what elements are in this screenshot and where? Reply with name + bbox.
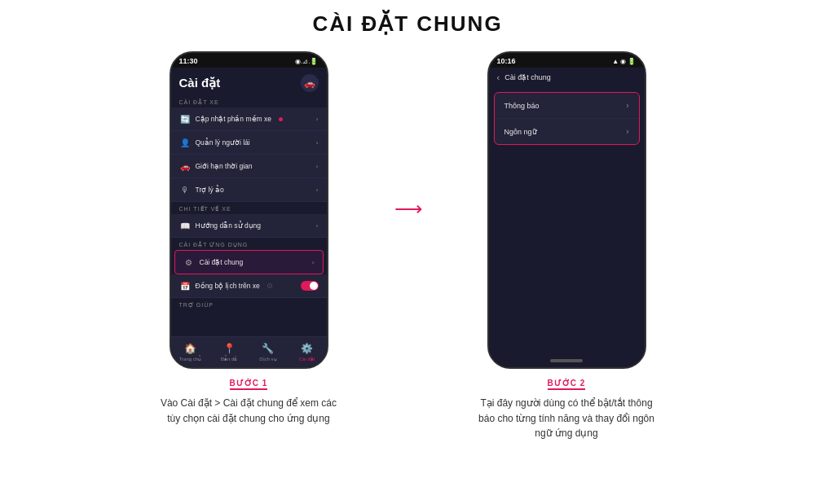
step2-text: Tại đây người dùng có thể bật/tắt thông …	[477, 396, 656, 441]
capnhat-dot	[279, 117, 283, 121]
step1-text: Vào Cài đặt > Cài đặt chung để xem các t…	[159, 396, 338, 426]
thongbao-label: Thông báo	[504, 102, 540, 110]
phone1-screen: Cài đặt 🚗 CÀI ĐẶT XE 🔄 Cập nhật phần mềm…	[171, 68, 327, 336]
phone1-time: 11:30	[179, 57, 198, 65]
huongdan-label: Hướng dẫn sử dụng	[196, 221, 262, 230]
phone1-status-icons: ◉.⊿.🔋	[295, 58, 318, 65]
section-ungdung-label: CÀI ĐẶT ỨNG DỤNG	[171, 238, 327, 250]
phones-row: 11:30 ◉.⊿.🔋 Cài đặt 🚗 CÀI ĐẶT XE 🔄 Cập n…	[0, 51, 815, 441]
phone2-time: 10:16	[497, 57, 516, 65]
step2-badge: BƯỚC 2	[548, 379, 586, 390]
thongbao-chevron: ›	[626, 101, 628, 110]
nav-item-caidat[interactable]: ⚙️ Cài đặt	[288, 337, 327, 367]
step2-section: BƯỚC 2 Tại đây người dùng có thể bật/tắt…	[477, 379, 656, 441]
nav-dichvu-label: Dịch vụ	[259, 356, 276, 362]
nav-item-bando[interactable]: 📍 Bản đồ	[209, 337, 249, 367]
menu-item-caidatchung[interactable]: ⚙ Cài đặt chung ›	[174, 250, 324, 274]
nav-trangchu-label: Trang chủ	[179, 356, 201, 362]
home-icon: 🏠	[184, 343, 196, 354]
quanly-label: Quản lý người lái	[196, 138, 250, 147]
service-icon: 🔧	[262, 343, 274, 354]
capnhat-label: Cập nhật phần mềm xe	[196, 115, 271, 123]
huongdan-icon: 📖	[179, 220, 191, 231]
caidatchung-chevron: ›	[312, 259, 315, 266]
phone2-back-label: Cài đặt chung	[504, 73, 551, 81]
capnhat-chevron: ›	[316, 116, 319, 123]
phone1-wrapper: 11:30 ◉.⊿.🔋 Cài đặt 🚗 CÀI ĐẶT XE 🔄 Cập n…	[122, 51, 375, 426]
settings-icon: ⚙️	[301, 343, 313, 354]
phone1-shell: 11:30 ◉.⊿.🔋 Cài đặt 🚗 CÀI ĐẶT XE 🔄 Cập n…	[170, 51, 328, 369]
phone1-status-bar: 11:30 ◉.⊿.🔋	[171, 53, 327, 68]
nav-bando-label: Bản đồ	[221, 356, 237, 362]
phone1-bottom-nav: 🏠 Trang chủ 📍 Bản đồ 🔧 Dịch vụ ⚙️ Cài đặ…	[171, 336, 327, 367]
gioihan-icon: 🚗	[179, 160, 191, 172]
menu-item-huongdan[interactable]: 📖 Hướng dẫn sử dụng ›	[171, 214, 327, 238]
quanly-chevron: ›	[316, 139, 319, 147]
quanly-icon: 👤	[179, 137, 191, 148]
gioihan-label: Giới hạn thời gian	[196, 162, 253, 170]
menu-item-capnhat[interactable]: 🔄 Cập nhật phần mềm xe ›	[171, 107, 327, 131]
dongbo-toggle[interactable]	[301, 281, 319, 291]
page-title: CÀI ĐẶT CHUNG	[312, 11, 502, 37]
menu-item-gioihan[interactable]: 🚗 Giới hạn thời gian ›	[171, 155, 327, 178]
menu-item-quanly[interactable]: 👤 Quản lý người lái ›	[171, 131, 327, 155]
nav-caidat-label: Cài đặt	[299, 356, 315, 362]
troly-icon: 🎙	[179, 184, 191, 195]
step1-section: BƯỚC 1 Vào Cài đặt > Cài đặt chung để xe…	[159, 379, 338, 426]
ngonngu-chevron: ›	[626, 127, 628, 136]
section-xe-label: CÀI ĐẶT XE	[171, 95, 327, 107]
dongbo-icon: 📅	[179, 280, 191, 291]
menu-item-dongbo[interactable]: 📅 Đồng bộ lịch trên xe ⓘ	[171, 274, 327, 298]
back-chevron-icon: ‹	[497, 72, 500, 82]
phone1-header: Cài đặt 🚗	[171, 68, 327, 95]
dongbo-label: Đồng bộ lịch trên xe	[196, 282, 260, 290]
nav-item-dichvu[interactable]: 🔧 Dịch vụ	[249, 337, 288, 367]
home-indicator	[550, 359, 583, 362]
caidatchung-icon: ⚙	[183, 256, 195, 268]
phone2-item-thongbao[interactable]: Thông báo ›	[495, 93, 639, 119]
menu-item-troly[interactable]: 🎙 Trợ lý ảo ›	[171, 178, 327, 202]
caidatchung-label: Cài đặt chung	[200, 258, 244, 266]
capnhat-icon: 🔄	[179, 113, 191, 125]
dongbo-info: ⓘ	[267, 283, 272, 290]
phone2-shell: 10:16 ▲ ◉ 🔋 ‹ Cài đặt chung Thông báo ›	[487, 51, 646, 369]
phone2-header[interactable]: ‹ Cài đặt chung	[489, 68, 645, 87]
gioihan-chevron: ›	[316, 163, 319, 170]
step1-badge: BƯỚC 1	[230, 379, 268, 390]
ngonngu-label: Ngôn ngữ	[504, 128, 537, 136]
phone2-status-bar: 10:16 ▲ ◉ 🔋	[489, 53, 645, 68]
phone2-status-icons: ▲ ◉ 🔋	[612, 58, 636, 65]
nav-item-trangchu[interactable]: 🏠 Trang chủ	[171, 337, 210, 367]
troly-label: Trợ lý ảo	[196, 186, 224, 194]
section-trogiup-label: TRỢ GIÚP	[171, 298, 327, 310]
arrow-right-icon: ⟶	[394, 198, 421, 221]
huongdan-chevron: ›	[316, 222, 319, 230]
troly-chevron: ›	[316, 186, 319, 194]
phone2-wrapper: 10:16 ▲ ◉ 🔋 ‹ Cài đặt chung Thông báo ›	[440, 51, 693, 441]
phone2-item-ngonngu[interactable]: Ngôn ngữ ›	[495, 119, 639, 144]
phone1-header-title: Cài đặt	[179, 76, 221, 90]
phone1-header-icon[interactable]: 🚗	[301, 74, 319, 92]
arrow-col: ⟶	[375, 51, 440, 221]
section-chitiet-label: CHI TIẾT VỀ XE	[171, 202, 327, 214]
map-icon: 📍	[223, 343, 236, 354]
phone2-menu-card: Thông báo › Ngôn ngữ ›	[494, 92, 640, 145]
phone2-screen: ‹ Cài đặt chung Thông báo › Ngôn ngữ ›	[489, 68, 645, 367]
